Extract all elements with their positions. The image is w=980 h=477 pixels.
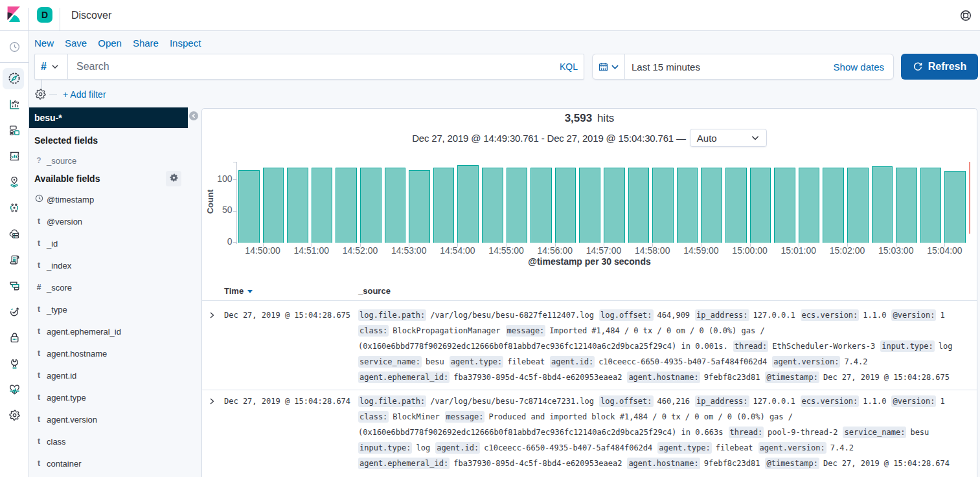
histogram-bar[interactable] [238, 170, 260, 243]
field-agent.hostname[interactable]: tagent.hostname [34, 347, 183, 360]
nav-management[interactable] [0, 402, 28, 428]
header-separator [28, 8, 29, 31]
current-time-marker [969, 162, 970, 234]
histogram-bar[interactable] [555, 168, 576, 243]
histogram-bar[interactable] [360, 168, 382, 243]
field-_source[interactable]: ?_source [34, 154, 183, 167]
histogram-bar[interactable] [677, 168, 698, 243]
histogram-bar[interactable] [896, 168, 917, 243]
nav-uptime[interactable] [0, 298, 28, 324]
time-cell[interactable]: Dec 27, 2019 @ 15:04:28.675 [224, 307, 350, 323]
x-tick-label: 14:51:00 [294, 245, 330, 256]
histogram-bar[interactable] [872, 166, 893, 243]
collapse-sidebar-button[interactable] [189, 111, 198, 120]
x-tick-label: 15:02:00 [830, 245, 865, 256]
nav-metrics[interactable] [0, 221, 28, 247]
histogram-bar[interactable] [263, 168, 284, 243]
histogram-bar[interactable] [336, 168, 357, 243]
query-language-toggle[interactable]: KQL [560, 61, 584, 72]
field-@timestamp[interactable]: @timestamp [34, 193, 183, 206]
y-tick [233, 242, 236, 243]
histogram-bar[interactable] [604, 168, 625, 243]
show-dates-button[interactable]: Show dates [834, 61, 893, 72]
nav-siem[interactable] [0, 324, 28, 350]
refresh-button[interactable]: Refresh [901, 54, 978, 80]
nav-logs[interactable] [0, 247, 28, 272]
saved-query-menu-button[interactable]: # [35, 54, 68, 79]
source-cell[interactable]: log.file.path:/var/log/besu/besu-6827fe1… [358, 307, 972, 385]
histogram-bar[interactable] [920, 168, 942, 243]
nav-dev-tools[interactable] [0, 350, 28, 376]
histogram-bar[interactable] [507, 168, 528, 243]
histogram-bar[interactable] [944, 171, 966, 243]
histogram-bar[interactable] [701, 168, 722, 243]
nav-canvas[interactable] [0, 143, 28, 169]
histogram-bar[interactable] [750, 168, 771, 243]
nav-machine-learning[interactable] [0, 195, 28, 221]
field-class[interactable]: tclass [34, 435, 183, 448]
histogram-bar[interactable] [287, 168, 308, 243]
filter-options-gear-icon[interactable] [35, 89, 47, 100]
histogram-bar[interactable] [530, 168, 552, 243]
column-header-source[interactable]: _source [358, 286, 391, 296]
nav-discover[interactable] [0, 65, 28, 91]
nav-maps[interactable] [0, 169, 28, 195]
field-name-badge: agent.hostname: [627, 372, 700, 383]
menu-open[interactable]: Open [98, 36, 122, 51]
nav-stack-monitoring[interactable] [0, 376, 28, 402]
histogram-bar[interactable] [847, 168, 869, 243]
histogram-bar[interactable] [823, 168, 844, 243]
histogram-bar[interactable] [457, 165, 479, 243]
index-pattern-header[interactable]: besu-* [28, 107, 188, 128]
expand-row-icon[interactable] [208, 397, 216, 405]
string-type-icon: t [38, 349, 40, 358]
histogram-bar[interactable] [774, 168, 795, 243]
expand-row-icon[interactable] [208, 311, 216, 319]
search-input[interactable]: Search [68, 61, 560, 72]
field-value: 1.1.0 [863, 397, 886, 406]
menu-save[interactable]: Save [65, 36, 87, 51]
hits-line: 3,593 hits [202, 112, 977, 125]
header-separator-2 [60, 8, 60, 31]
menu-inspect[interactable]: Inspect [170, 36, 201, 51]
histogram-bar[interactable] [312, 168, 333, 243]
add-filter-button[interactable]: + Add filter [63, 89, 106, 100]
field-@version[interactable]: t@version [34, 215, 183, 228]
nav-dashboard[interactable] [0, 117, 28, 143]
date-quick-menu-button[interactable] [593, 54, 625, 79]
field-_id[interactable]: t_id [34, 237, 183, 250]
field-agent.type[interactable]: tagent.type [34, 391, 183, 404]
histogram-bar[interactable] [799, 168, 820, 243]
nav-visualize[interactable] [0, 91, 28, 117]
field-agent.ephemeral_id[interactable]: tagent.ephemeral_id [34, 325, 183, 338]
field-agent.id[interactable]: tagent.id [34, 369, 183, 382]
field-value: besu [426, 357, 444, 366]
histogram-bar[interactable] [628, 168, 650, 243]
field-_type[interactable]: t_type [34, 303, 183, 316]
help-icon[interactable] [960, 10, 972, 21]
field-container[interactable]: tcontainer [34, 457, 183, 470]
kibana-logo-icon[interactable] [7, 6, 20, 22]
histogram-bar[interactable] [652, 168, 674, 243]
field-agent.version[interactable]: tagent.version [34, 413, 183, 426]
histogram-bar[interactable] [409, 170, 430, 243]
time-cell[interactable]: Dec 27, 2019 @ 15:04:28.674 [224, 394, 350, 409]
time-range-value[interactable]: Last 15 minutes [625, 61, 834, 72]
menu-new[interactable]: New [34, 36, 54, 51]
source-cell[interactable]: log.file.path:/var/log/besu/besu-7c8714c… [358, 394, 972, 471]
nav-apm[interactable] [0, 272, 28, 298]
interval-select[interactable]: Auto [690, 129, 767, 147]
column-header-time[interactable]: Time [224, 286, 253, 296]
field-_score[interactable]: #_score [34, 281, 183, 294]
histogram-bar[interactable] [482, 168, 503, 243]
x-axis-title: @timestamp per 30 seconds [202, 256, 977, 267]
histogram-bar[interactable] [579, 168, 600, 243]
menu-share[interactable]: Share [133, 36, 159, 51]
histogram-bar[interactable] [433, 168, 455, 243]
field-_index[interactable]: t_index [34, 259, 183, 272]
histogram-bar[interactable] [385, 168, 406, 243]
histogram-bar[interactable] [725, 168, 747, 243]
nav-recent[interactable] [0, 34, 28, 60]
field-settings-gear-button[interactable] [166, 171, 181, 186]
field-name-badge: message: [506, 325, 546, 337]
